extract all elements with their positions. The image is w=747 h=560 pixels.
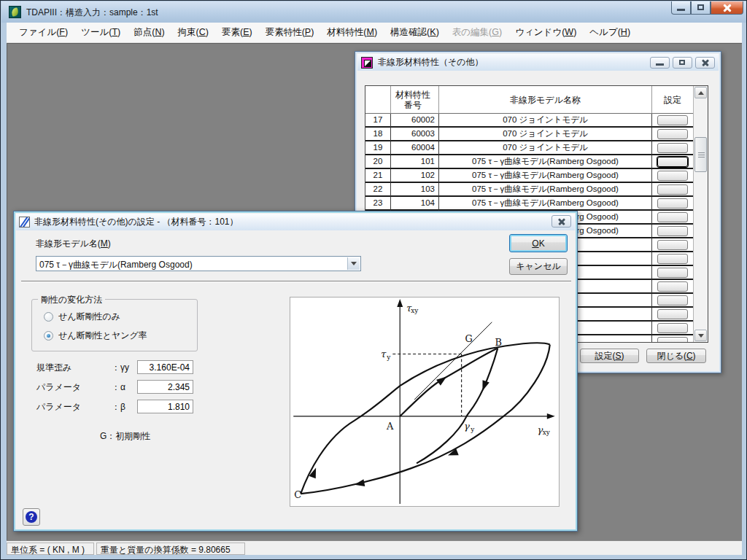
child-close-button[interactable] — [695, 57, 715, 69]
row-settings-button[interactable] — [657, 281, 688, 292]
hysteresis-svg: τxy γxy τy γy A B C G — [290, 298, 559, 506]
window-controls — [671, 1, 743, 15]
settings-cell — [652, 169, 693, 183]
menu-item[interactable]: 要素特性(P) — [259, 23, 321, 42]
row-settings-button[interactable] — [657, 240, 688, 250]
scroll-down-button[interactable] — [694, 330, 707, 341]
alpha-input[interactable] — [137, 380, 193, 394]
row-number-cell[interactable]: 19 — [365, 141, 391, 155]
point-a-label: A — [386, 421, 394, 432]
row-number-cell[interactable]: 23 — [365, 197, 391, 211]
model-name-cell[interactable]: 075 τ－γ曲線モデル(Ramberg Osgood) — [439, 169, 652, 183]
close-window-button[interactable]: 閉じる(C) — [646, 349, 706, 363]
header-line1: 材料特性 — [395, 90, 430, 100]
menu-item[interactable]: ウィンドウ(W) — [508, 23, 583, 42]
row-settings-button[interactable] — [657, 268, 688, 278]
row-settings-button[interactable] — [657, 337, 688, 343]
row-settings-button[interactable] — [657, 323, 688, 333]
material-number-cell[interactable]: 60004 — [391, 141, 439, 155]
row-number-cell[interactable]: 22 — [365, 183, 391, 197]
beta-input[interactable] — [137, 400, 193, 413]
row-number-cell[interactable]: 21 — [365, 169, 391, 183]
material-number-cell[interactable]: 103 — [391, 183, 439, 197]
child-restore-button[interactable] — [673, 57, 692, 69]
menu-item[interactable]: ツール(T) — [74, 23, 127, 42]
row-settings-button[interactable] — [657, 184, 688, 195]
minimize-button[interactable] — [671, 1, 691, 15]
menu-item[interactable]: 節点(N) — [127, 23, 171, 42]
model-select-value: 075 τ－γ曲線モデル(Ramberg Osgood) — [39, 259, 346, 271]
settings-cell — [652, 114, 693, 128]
ok-button[interactable]: OK — [509, 234, 568, 252]
window-titlebar[interactable]: TDAPIII：構造入力：sample：1st — [1, 1, 747, 23]
row-settings-button[interactable] — [657, 226, 688, 236]
menu-item[interactable]: ヘルプ(H) — [583, 23, 637, 42]
gamma-y-label: γy — [464, 421, 476, 433]
materials-window-titlebar[interactable]: 非線形材料特性（その他） — [357, 54, 719, 71]
cancel-button[interactable]: キャンセル — [509, 258, 568, 275]
menu-item[interactable]: 構造確認(K) — [384, 23, 446, 42]
settings-cell — [652, 280, 693, 294]
material-number-cell[interactable]: 102 — [391, 169, 439, 183]
gamma-y-input[interactable] — [137, 360, 193, 374]
maximize-button[interactable] — [691, 1, 711, 15]
material-number-cell[interactable]: 60002 — [391, 114, 439, 128]
radio-shear-and-young[interactable]: せん断剛性とヤング率 — [44, 330, 147, 342]
app-icon — [9, 6, 21, 18]
model-name-label: 非線形モデル名(M) — [36, 238, 111, 250]
row-number-cell[interactable]: 20 — [365, 155, 391, 169]
row-settings-button[interactable] — [657, 143, 688, 153]
row-settings-button[interactable] — [657, 171, 688, 181]
row-settings-button[interactable] — [657, 212, 688, 222]
row-settings-button[interactable] — [657, 115, 688, 125]
combo-dropdown-button[interactable] — [347, 257, 360, 270]
row-settings-button[interactable] — [657, 157, 688, 167]
row-number-cell[interactable]: 18 — [365, 128, 391, 141]
menu-item[interactable]: ファイル(F) — [12, 23, 74, 42]
workspace: 非線形材料特性（その他） 材料特性 番号 非線形モデル名称 設定 — [7, 43, 742, 540]
radio-icon[interactable] — [44, 312, 53, 322]
window-title: TDAPIII：構造入力：sample：1st — [26, 7, 158, 19]
dialog-close-button[interactable] — [551, 215, 571, 228]
dialog-titlebar[interactable]: 非線形材料特性(その他)の設定 - （材料番号：101） — [16, 214, 575, 230]
settings-button[interactable]: 設定(S) — [580, 349, 639, 363]
field-symbol: ：γy — [112, 362, 129, 374]
model-name-cell[interactable]: 070 ジョイントモデル — [439, 141, 652, 155]
radio-icon[interactable] — [44, 331, 53, 341]
menu-item[interactable]: 材料特性(M) — [320, 23, 384, 42]
help-button[interactable]: ? — [23, 508, 40, 526]
model-name-cell[interactable]: 070 ジョイントモデル — [439, 128, 652, 141]
row-settings-button[interactable] — [657, 198, 688, 209]
row-settings-button[interactable] — [657, 295, 688, 306]
field-label: パラメータ — [36, 401, 81, 413]
row-settings-button[interactable] — [657, 129, 688, 139]
material-number-cell[interactable]: 104 — [391, 197, 439, 211]
status-units: 単位系 = ( KN , M ) — [7, 542, 94, 555]
scroll-up-button[interactable] — [694, 87, 707, 98]
hysteresis-diagram: τxy γxy τy γy A B C G — [290, 297, 560, 507]
model-name-cell[interactable]: 075 τ－γ曲線モデル(Ramberg Osgood) — [439, 197, 652, 211]
close-button[interactable] — [711, 1, 743, 15]
menu-item[interactable]: 拘束(C) — [171, 23, 215, 42]
model-name-cell[interactable]: 070 ジョイントモデル — [439, 114, 652, 128]
model-select[interactable]: 075 τ－γ曲線モデル(Ramberg Osgood) — [36, 256, 361, 271]
settings-cell — [652, 294, 693, 308]
child-minimize-button[interactable] — [650, 57, 670, 69]
scrollbar-thumb[interactable] — [694, 137, 707, 172]
help-icon: ? — [26, 511, 37, 523]
vertical-scrollbar[interactable] — [693, 86, 708, 342]
menu-item[interactable]: 要素(E) — [215, 23, 259, 42]
row-settings-button[interactable] — [657, 309, 688, 319]
table-row: 1860003070 ジョイントモデル — [365, 128, 693, 141]
arrow-down-icon — [698, 334, 704, 338]
settings-cell — [652, 238, 693, 252]
row-settings-button[interactable] — [657, 254, 688, 264]
model-name-cell[interactable]: 075 τ－γ曲線モデル(Ramberg Osgood) — [439, 183, 652, 197]
model-name-cell[interactable]: 075 τ－γ曲線モデル(Ramberg Osgood) — [439, 155, 652, 169]
leaf-glyph — [11, 7, 19, 17]
material-number-cell[interactable]: 101 — [391, 155, 439, 169]
header-line2: 番号 — [404, 100, 422, 110]
radio-shear-only[interactable]: せん断剛性のみ — [44, 311, 120, 323]
material-number-cell[interactable]: 60003 — [391, 128, 439, 141]
row-number-cell[interactable]: 17 — [365, 114, 391, 128]
